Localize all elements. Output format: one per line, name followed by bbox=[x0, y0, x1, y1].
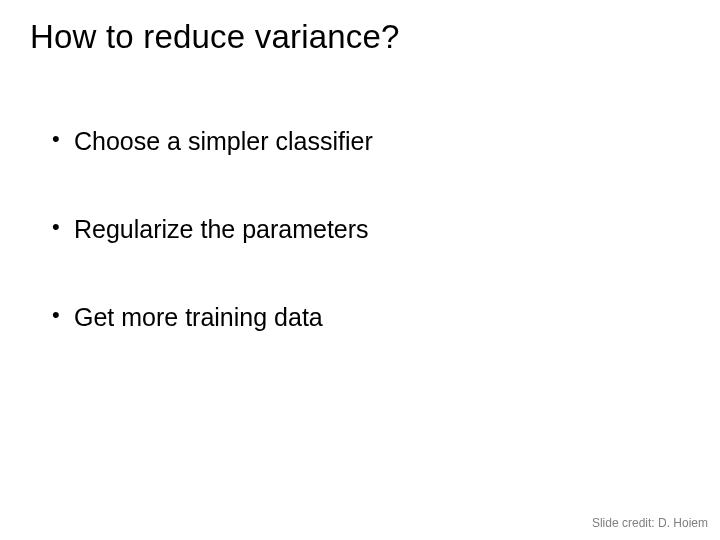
bullet-item: Regularize the parameters bbox=[50, 214, 690, 244]
bullet-item: Choose a simpler classifier bbox=[50, 126, 690, 156]
bullet-item: Get more training data bbox=[50, 302, 690, 332]
slide-title: How to reduce variance? bbox=[30, 18, 690, 56]
slide-credit: Slide credit: D. Hoiem bbox=[592, 516, 708, 530]
bullet-list: Choose a simpler classifier Regularize t… bbox=[30, 126, 690, 332]
slide-container: How to reduce variance? Choose a simpler… bbox=[0, 0, 720, 540]
